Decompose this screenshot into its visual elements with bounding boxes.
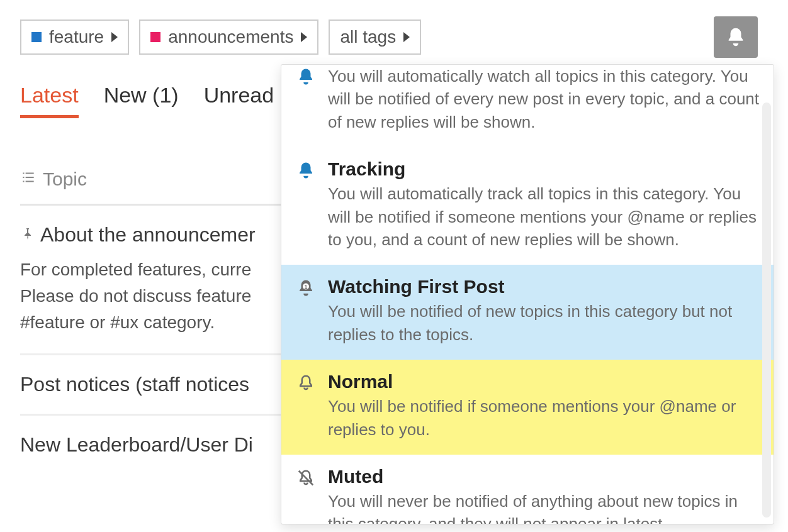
svg-line-2 bbox=[299, 471, 313, 485]
tag-label: all tags bbox=[340, 27, 396, 47]
topic-title: Post notices (staff notices bbox=[20, 373, 249, 396]
dropdown-desc: You will be notified of new topics in th… bbox=[328, 300, 760, 346]
category-label: feature bbox=[49, 27, 104, 47]
pin-icon bbox=[20, 223, 35, 247]
dropdown-desc: You will be notified if someone mentions… bbox=[328, 395, 760, 441]
caret-right-icon bbox=[111, 32, 118, 42]
dropdown-scroll[interactable]: You will automatically watch all topics … bbox=[281, 65, 774, 524]
dropdown-desc: You will automatically track all topics … bbox=[328, 182, 760, 251]
dropdown-desc: You will automatically watch all topics … bbox=[328, 65, 760, 133]
svg-text:1: 1 bbox=[305, 284, 308, 291]
tag-filter[interactable]: all tags bbox=[329, 19, 421, 55]
bell-icon bbox=[725, 26, 746, 48]
category-label: announcements bbox=[168, 27, 293, 47]
category-filter-announcements[interactable]: announcements bbox=[139, 19, 318, 55]
bell-filled-icon bbox=[295, 65, 317, 133]
filter-bar: feature announcements all tags bbox=[0, 0, 788, 64]
dropdown-title: Muted bbox=[328, 466, 760, 487]
tab-latest[interactable]: Latest bbox=[20, 83, 79, 118]
dropdown-item-muted[interactable]: Muted You will never be notified of anyt… bbox=[281, 455, 774, 524]
dropdown-title: Tracking bbox=[328, 158, 760, 180]
topic-header-label: Topic bbox=[43, 169, 87, 190]
tab-new[interactable]: New (1) bbox=[104, 83, 179, 118]
dropdown-item-normal[interactable]: Normal You will be notified if someone m… bbox=[281, 360, 774, 455]
caret-right-icon bbox=[403, 32, 410, 42]
category-color-announcements bbox=[150, 32, 160, 42]
dropdown-item-watching-first-post[interactable]: 1 Watching First Post You will be notifi… bbox=[281, 265, 774, 360]
bell-muted-icon bbox=[295, 466, 317, 524]
list-icon bbox=[20, 169, 37, 190]
bell-badge-icon: 1 bbox=[295, 276, 317, 346]
category-filter-feature[interactable]: feature bbox=[20, 19, 129, 55]
dropdown-title: Watching First Post bbox=[328, 276, 760, 297]
category-color-feature bbox=[31, 32, 42, 42]
notification-dropdown: You will automatically watch all topics … bbox=[281, 64, 774, 524]
tab-unread[interactable]: Unread ( bbox=[204, 83, 287, 118]
scrollbar[interactable] bbox=[762, 103, 771, 518]
bell-outline-icon bbox=[295, 371, 317, 441]
notification-level-button[interactable] bbox=[714, 16, 758, 58]
dropdown-item-watching[interactable]: You will automatically watch all topics … bbox=[281, 65, 774, 147]
bell-filled-icon bbox=[295, 158, 317, 251]
caret-right-icon bbox=[301, 32, 307, 42]
dropdown-desc: You will never be notified of anything a… bbox=[328, 490, 760, 524]
dropdown-title: Normal bbox=[328, 371, 760, 392]
topic-title: New Leaderboard/User Di bbox=[20, 433, 253, 457]
topic-title: About the announcemer bbox=[40, 223, 256, 247]
dropdown-item-tracking[interactable]: Tracking You will automatically track al… bbox=[281, 147, 774, 265]
